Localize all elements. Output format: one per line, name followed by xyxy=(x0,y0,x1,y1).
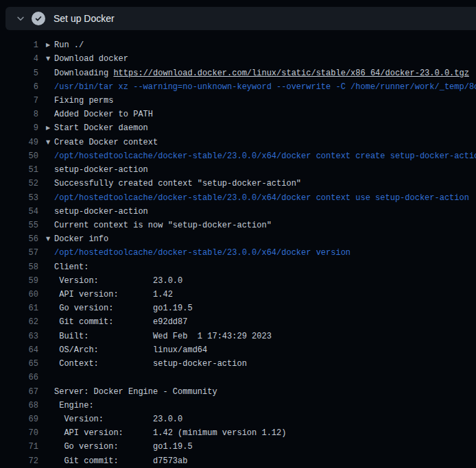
line-text: Version: 23.0.0 xyxy=(54,276,476,286)
line-number[interactable]: 64 xyxy=(0,345,38,355)
log-line: 8 Added Docker to PATH xyxy=(0,108,476,121)
log-group-line[interactable]: 56 ▼ Docker info xyxy=(0,232,476,246)
line-text: /opt/hostedtoolcache/docker-stable/23.0.… xyxy=(54,248,476,258)
log-group-line[interactable]: 9 ▶ Start Docker daemon xyxy=(0,121,476,135)
line-text: Start Docker daemon xyxy=(54,123,476,133)
line-number[interactable]: 4 xyxy=(0,54,38,64)
log-line: 53 /opt/hostedtoolcache/docker-stable/23… xyxy=(0,190,476,204)
line-number[interactable]: 72 xyxy=(0,456,38,466)
line-number[interactable]: 7 xyxy=(0,96,38,106)
line-number[interactable]: 61 xyxy=(0,304,38,313)
line-text: Run ./ xyxy=(54,40,476,50)
log-line: 70 API version: 1.42 (minimum version 1.… xyxy=(0,426,476,440)
line-number[interactable]: 8 xyxy=(0,110,38,119)
line-text: Version: 23.0.0 xyxy=(54,415,476,424)
line-number[interactable]: 70 xyxy=(0,428,38,438)
line-text: Engine: xyxy=(54,401,476,410)
log-line: 5 Downloading https://download.docker.co… xyxy=(0,66,476,79)
line-text: API version: 1.42 xyxy=(54,290,476,299)
line-text: Context: setup-docker-action xyxy=(54,359,476,369)
line-text: Git commit: e92dd87 xyxy=(54,317,476,327)
triangle-right-icon[interactable]: ▶ xyxy=(38,121,54,135)
line-text: Download docker xyxy=(54,54,476,64)
line-text: /opt/hostedtoolcache/docker-stable/23.0.… xyxy=(54,151,476,161)
line-number[interactable]: 55 xyxy=(0,221,38,230)
line-number[interactable]: 6 xyxy=(0,82,38,92)
line-number[interactable]: 62 xyxy=(0,317,38,327)
log-line: 57 /opt/hostedtoolcache/docker-stable/23… xyxy=(0,246,476,260)
line-number[interactable]: 53 xyxy=(0,193,38,203)
log-group-line[interactable]: 4 ▼ Download docker xyxy=(0,52,476,66)
log-group-line[interactable]: 49 ▼ Create Docker context xyxy=(0,136,476,149)
chevron-down-icon[interactable] xyxy=(15,13,26,24)
line-text: Current context is now "setup-docker-act… xyxy=(54,221,476,230)
line-number[interactable]: 65 xyxy=(0,359,38,369)
line-text: Added Docker to PATH xyxy=(54,110,476,119)
line-text: Built: Wed Feb 1 17:43:29 2023 xyxy=(54,332,476,341)
triangle-down-icon[interactable]: ▼ xyxy=(38,136,54,149)
line-number[interactable]: 56 xyxy=(0,234,38,244)
line-number[interactable]: 57 xyxy=(0,248,38,258)
log-line: 51 setup-docker-action xyxy=(0,163,476,177)
line-number[interactable]: 67 xyxy=(0,387,38,397)
log-line: 61 Go version: go1.19.5 xyxy=(0,301,476,315)
log-line: 6 /usr/bin/tar xz --warning=no-unknown-k… xyxy=(0,80,476,94)
line-number[interactable]: 49 xyxy=(0,138,38,147)
line-text: setup-docker-action xyxy=(54,207,476,217)
line-text: /usr/bin/tar xz --warning=no-unknown-key… xyxy=(54,82,476,92)
line-number[interactable]: 66 xyxy=(0,373,38,382)
line-number[interactable]: 1 xyxy=(0,40,38,50)
log-line: 65 Context: setup-docker-action xyxy=(0,357,476,371)
triangle-down-icon[interactable]: ▼ xyxy=(38,52,54,66)
line-number[interactable]: 59 xyxy=(0,276,38,286)
log-text-segment: Downloading xyxy=(54,69,113,78)
line-number[interactable]: 51 xyxy=(0,165,38,175)
line-text: Downloading https://download.docker.com/… xyxy=(54,69,476,78)
line-text: Fixing perms xyxy=(54,96,476,106)
line-number[interactable]: 54 xyxy=(0,207,38,217)
line-text: Client: xyxy=(54,262,476,272)
line-text: Git commit: d7573ab xyxy=(54,456,476,466)
log-line: 69 Version: 23.0.0 xyxy=(0,412,476,426)
log-line: 55 Current context is now "setup-docker-… xyxy=(0,219,476,232)
line-text: Server: Docker Engine - Community xyxy=(54,387,476,397)
line-number[interactable]: 69 xyxy=(0,415,38,424)
log-line: 72 Git commit: d7573ab xyxy=(0,454,476,468)
line-text: API version: 1.42 (minimum version 1.12) xyxy=(54,428,476,438)
triangle-right-icon[interactable]: ▶ xyxy=(38,38,54,52)
line-text: Docker info xyxy=(54,234,476,244)
step-title: Set up Docker xyxy=(53,14,115,23)
log-line: 63 Built: Wed Feb 1 17:43:29 2023 xyxy=(0,330,476,343)
line-text: OS/Arch: linux/amd64 xyxy=(54,345,476,355)
line-text: Create Docker context xyxy=(54,138,476,147)
log-line: 67 Server: Docker Engine - Community xyxy=(0,384,476,398)
log-line: 7 Fixing perms xyxy=(0,94,476,108)
line-number[interactable]: 5 xyxy=(0,69,38,78)
line-number[interactable]: 52 xyxy=(0,179,38,188)
log-lines: 1 ▶ Run ./ 4 ▼ Download docker 5 Downloa… xyxy=(0,38,476,468)
log-line: 54 setup-docker-action xyxy=(0,205,476,219)
check-circle-icon xyxy=(32,12,45,25)
log-line: 50 /opt/hostedtoolcache/docker-stable/23… xyxy=(0,149,476,163)
log-line: 60 API version: 1.42 xyxy=(0,288,476,301)
step-header[interactable]: Set up Docker xyxy=(5,7,476,30)
log-line: 71 Go version: go1.19.5 xyxy=(0,440,476,454)
line-text: Go version: go1.19.5 xyxy=(54,442,476,452)
line-number[interactable]: 9 xyxy=(0,123,38,133)
log-line: 59 Version: 23.0.0 xyxy=(0,274,476,288)
line-number[interactable]: 58 xyxy=(0,262,38,272)
line-number[interactable]: 71 xyxy=(0,442,38,452)
log-link[interactable]: https://download.docker.com/linux/static… xyxy=(113,69,468,78)
log-line: 52 Successfully created context "setup-d… xyxy=(0,177,476,190)
triangle-down-icon[interactable]: ▼ xyxy=(38,232,54,246)
line-number[interactable]: 68 xyxy=(0,401,38,410)
log-group-line[interactable]: 1 ▶ Run ./ xyxy=(0,38,476,52)
line-text: setup-docker-action xyxy=(54,165,476,175)
line-number[interactable]: 50 xyxy=(0,151,38,161)
line-number[interactable]: 63 xyxy=(0,332,38,341)
log-line: 58 Client: xyxy=(0,260,476,274)
log-line: 64 OS/Arch: linux/amd64 xyxy=(0,343,476,357)
line-text: Go version: go1.19.5 xyxy=(54,304,476,313)
line-number[interactable]: 60 xyxy=(0,290,38,299)
line-text: Successfully created context "setup-dock… xyxy=(54,179,476,188)
